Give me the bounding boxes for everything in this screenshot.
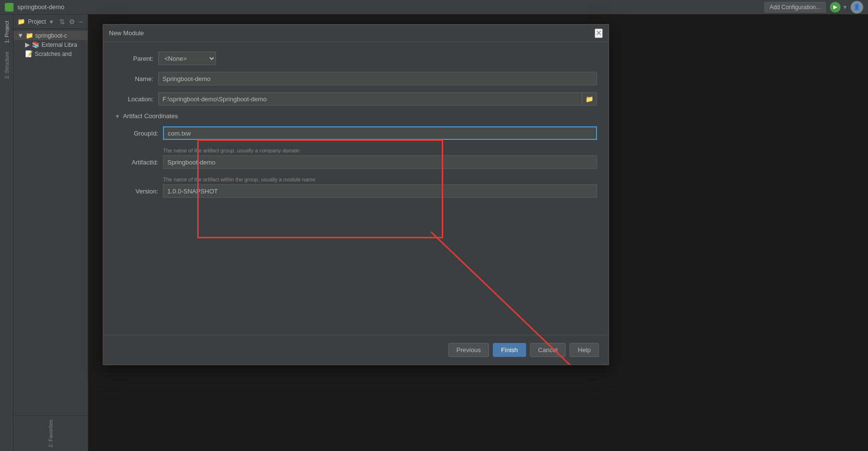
- title-bar-right: Add Configuration... ▶ ▾ 👤: [764, 1, 863, 14]
- parent-select[interactable]: <None>: [158, 52, 216, 65]
- collapse-all-icon[interactable]: ⇅: [58, 18, 66, 26]
- location-browse-button[interactable]: 📁: [583, 92, 597, 106]
- name-row: Name:: [115, 72, 597, 85]
- sidebar-tab-project[interactable]: 1: Project: [2, 17, 12, 47]
- new-module-dialog: New Module ✕ Parent: <None>: [103, 24, 609, 365]
- project-panel: 📁 Project ▾ ⇅ ⚙ − ▼ 📁 springboot-c ▶ 📚 E…: [14, 14, 88, 451]
- location-input[interactable]: [158, 92, 583, 106]
- tree-expand-icon: ▶: [25, 41, 30, 48]
- section-toggle-icon: ▼: [115, 113, 120, 119]
- project-panel-title: Project: [28, 18, 46, 25]
- artifact-section: ▼ Artifact Coordinates GroupId: The name…: [115, 112, 597, 198]
- cancel-button[interactable]: Cancel: [530, 343, 566, 357]
- parent-select-container: <None>: [158, 52, 216, 65]
- chevron-icon[interactable]: ▾: [49, 18, 54, 26]
- ide-body: 1: Project 2: Structure 📁 Project ▾ ⇅ ⚙ …: [0, 14, 868, 451]
- name-label: Name:: [115, 75, 153, 82]
- tree-item-root[interactable]: ▼ 📁 springboot-c: [14, 31, 88, 40]
- svg-marker-1: [8, 6, 11, 9]
- parent-row: Parent: <None>: [115, 52, 597, 65]
- project-folder-icon: 📁: [26, 32, 33, 39]
- project-panel-actions: ⇅ ⚙ −: [58, 18, 84, 26]
- version-row: Version:: [120, 184, 597, 198]
- dialog-overlay: New Module ✕ Parent: <None>: [88, 14, 868, 451]
- tree-item-external[interactable]: ▶ 📚 External Libra: [14, 40, 88, 49]
- artifact-section-header[interactable]: ▼ Artifact Coordinates: [115, 112, 597, 120]
- settings-icon[interactable]: ⚙: [68, 18, 76, 26]
- folder-icon: 📁: [17, 18, 25, 25]
- favorites-tab[interactable]: 2: Favorites: [14, 415, 88, 451]
- user-avatar: 👤: [851, 1, 863, 14]
- groupid-label: GroupId:: [120, 130, 158, 137]
- dialog-titlebar: New Module ✕: [103, 25, 609, 42]
- dialog-title: New Module: [109, 29, 144, 37]
- finish-button[interactable]: Finish: [493, 343, 526, 357]
- minimize-icon[interactable]: −: [78, 18, 84, 26]
- artifact-fields: GroupId: The name of the artifact group,…: [115, 126, 597, 198]
- artifactid-row: ArtifactId:: [120, 155, 597, 169]
- run-icon[interactable]: ▶: [830, 2, 841, 13]
- tree-item-external-label: External Libra: [41, 41, 77, 48]
- dialog-close-button[interactable]: ✕: [595, 28, 603, 38]
- browse-folder-icon: 📁: [585, 96, 594, 103]
- app-icon: [5, 3, 14, 12]
- name-input[interactable]: [158, 72, 597, 85]
- add-configuration-button[interactable]: Add Configuration...: [764, 2, 826, 13]
- tree-collapse-icon: ▼: [17, 32, 24, 39]
- groupid-row: GroupId:: [120, 126, 597, 140]
- main-area: New Module ✕ Parent: <None>: [88, 14, 868, 451]
- version-label: Version:: [120, 188, 158, 195]
- title-bar: springboot-demo Add Configuration... ▶ ▾…: [0, 0, 868, 14]
- app-title: springboot-demo: [17, 3, 65, 11]
- tree-item-scratches[interactable]: 📝 Scratches and: [14, 49, 88, 58]
- previous-button[interactable]: Previous: [448, 343, 489, 357]
- tree-item-scratches-label: Scratches and: [35, 51, 72, 57]
- run-icons: ▶ ▾: [830, 2, 847, 13]
- favorites-label: 2: Favorites: [48, 420, 54, 447]
- sidebar-tab-structure[interactable]: 2: Structure: [2, 48, 12, 83]
- artifact-section-title: Artifact Coordinates: [123, 112, 178, 120]
- parent-label: Parent:: [115, 55, 153, 62]
- location-row: Location: 📁: [115, 92, 597, 106]
- dialog-content: Parent: <None> Name: Lo: [103, 42, 609, 214]
- left-sidebar-tabs: 1: Project 2: Structure: [0, 14, 14, 451]
- scratches-icon: 📝: [25, 50, 33, 57]
- groupid-input[interactable]: [163, 126, 597, 140]
- down-arrow-icon[interactable]: ▾: [843, 3, 847, 11]
- project-tree: ▼ 📁 springboot-c ▶ 📚 External Libra 📝 Sc…: [14, 29, 88, 415]
- groupid-hint: The name of the artifact group, usually …: [120, 147, 597, 155]
- artifactid-input[interactable]: [163, 155, 597, 169]
- version-input[interactable]: [163, 184, 597, 198]
- library-icon: 📚: [32, 41, 40, 48]
- tree-item-root-label: springboot-c: [35, 32, 67, 39]
- location-input-wrapper: 📁: [158, 92, 597, 106]
- artifactid-hint: The name of the artifact within the grou…: [120, 176, 597, 184]
- project-panel-header: 📁 Project ▾ ⇅ ⚙ −: [14, 14, 88, 29]
- location-label: Location:: [115, 96, 153, 103]
- title-bar-left: springboot-demo: [5, 3, 65, 12]
- dialog-footer: Previous Finish Cancel Help: [103, 335, 609, 365]
- artifactid-label: ArtifactId:: [120, 159, 158, 166]
- help-button[interactable]: Help: [570, 343, 599, 357]
